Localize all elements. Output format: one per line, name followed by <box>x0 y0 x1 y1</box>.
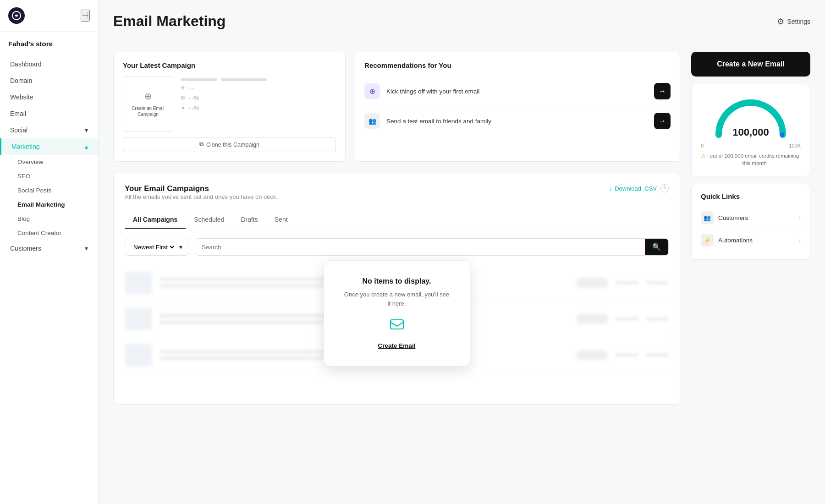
tab-all-campaigns[interactable]: All Campaigns <box>125 211 186 229</box>
sort-select-wrapper[interactable]: Newest First Oldest First Name A-Z ▾ <box>125 239 189 256</box>
stat-value-2: - -% <box>189 95 199 101</box>
recommendations-title: Recommendations for You <box>364 61 671 69</box>
click-icon: ✦ <box>181 105 185 111</box>
chevron-down-icon: ▾ <box>85 245 88 252</box>
sidebar-item-social[interactable]: Social ▾ <box>0 122 98 138</box>
sidebar-nav: Dashboard Domain Website Email Social ▾ … <box>0 52 98 504</box>
tab-scheduled[interactable]: Scheduled <box>186 211 232 229</box>
sidebar-item-label: Website <box>10 93 33 101</box>
quick-link-automations-label: Automations <box>718 237 794 244</box>
right-panel: Create a New Email 100,000 0 <box>691 52 810 504</box>
gauge-min-label: 0 <box>701 143 704 148</box>
download-csv-button[interactable]: ↓ Download .CSV <box>609 185 657 192</box>
customers-icon: 👥 <box>701 211 714 224</box>
chevron-down-icon: ▾ <box>85 126 88 134</box>
svg-point-2 <box>780 132 784 137</box>
clone-campaign-button[interactable]: ⧉ Clone this Campaign <box>123 137 336 152</box>
help-icon[interactable]: ? <box>660 184 669 192</box>
rec-icon-1: ⊕ <box>364 83 380 99</box>
chevron-up-icon: ▴ <box>85 143 88 150</box>
sidebar-item-label: Customers <box>10 245 41 252</box>
sidebar-item-label: Email <box>10 110 26 117</box>
quick-link-customers[interactable]: 👥 Customers › <box>701 207 801 229</box>
create-new-email-button[interactable]: Create a New Email <box>691 52 810 77</box>
marketing-submenu: Overview SEO Social Posts Email Marketin… <box>0 155 98 240</box>
sidebar-item-email[interactable]: Email <box>0 105 98 122</box>
create-email-link[interactable]: Create Email <box>378 342 416 349</box>
blurred-thumbnail <box>125 344 152 367</box>
no-items-description: Once you create a new email, you'll see … <box>342 290 451 308</box>
stat-line-2: ✈ - - <box>181 85 336 91</box>
search-container: 🔍 <box>195 238 669 256</box>
rec-arrow-button-1[interactable]: → <box>654 83 671 99</box>
stat-bar-2 <box>221 78 267 81</box>
svg-rect-1 <box>390 320 403 329</box>
recommendation-item-1: ⊕ Kick things off with your first email … <box>364 77 671 106</box>
no-items-popup: No items to display. Once you create a n… <box>324 260 470 367</box>
sidebar-item-customers[interactable]: Customers ▾ <box>0 240 98 257</box>
tab-sent[interactable]: Sent <box>266 211 296 229</box>
sidebar-item-label: Social <box>10 126 28 134</box>
no-items-icon <box>342 316 451 336</box>
recommendations-card: Recommendations for You ⊕ Kick things of… <box>355 52 680 162</box>
sidebar-item-label: Domain <box>10 77 32 84</box>
sidebar-item-domain[interactable]: Domain <box>0 72 98 89</box>
page-header: Email Marketing ⚙ Settings <box>99 0 825 30</box>
rec-arrow-button-2[interactable]: → <box>654 113 671 129</box>
credits-note-text: out of 100,000 email credits remaining t… <box>708 152 801 167</box>
sidebar-item-label: Marketing <box>11 143 39 150</box>
chevron-right-icon: › <box>799 214 801 221</box>
settings-button[interactable]: ⚙ Settings <box>777 16 810 27</box>
search-button[interactable]: 🔍 <box>645 239 668 255</box>
campaign-preview: ⊕ Create an Email Campaign <box>123 77 173 131</box>
sidebar-item-blog[interactable]: Blog <box>0 212 98 226</box>
content-area: Email Marketing ⚙ Settings Your Latest C… <box>99 0 825 504</box>
content-left: Your Latest Campaign ⊕ Create an Email C… <box>113 52 680 504</box>
quick-link-customers-label: Customers <box>718 214 794 221</box>
sidebar-item-dashboard[interactable]: Dashboard <box>0 56 98 72</box>
add-campaign-icon: ⊕ <box>144 91 152 102</box>
credits-note: ⚠ out of 100,000 email credits remaining… <box>701 152 801 167</box>
campaigns-header-left: Your Email Campaigns All the emails you'… <box>125 184 278 209</box>
tab-drafts[interactable]: Drafts <box>232 211 266 229</box>
credits-number: 100,000 <box>732 126 769 138</box>
sidebar-collapse-button[interactable]: ⊣ <box>81 10 90 22</box>
campaign-inner: ⊕ Create an Email Campaign ✈ - - <box>123 77 336 131</box>
stat-value-1: - - <box>189 85 194 91</box>
settings-label: Settings <box>787 18 810 25</box>
chevron-right-icon: › <box>799 237 801 244</box>
search-input[interactable] <box>195 240 645 255</box>
sidebar-item-email-marketing[interactable]: Email Marketing <box>0 197 98 212</box>
sidebar-item-marketing[interactable]: Marketing ▴ <box>0 138 98 155</box>
campaigns-title: Your Email Campaigns <box>125 184 278 193</box>
sidebar-item-seo[interactable]: SEO <box>0 169 98 183</box>
open-icon: ✉ <box>181 95 185 101</box>
email-credits-card: 100,000 0 100K ⚠ out of 100,000 email cr… <box>691 84 810 176</box>
campaigns-section: Your Email Campaigns All the emails you'… <box>113 173 680 405</box>
download-icon: ↓ <box>609 185 612 192</box>
sidebar-item-content-creator[interactable]: Content Creator <box>0 226 98 240</box>
campaigns-header-right: ↓ Download .CSV ? <box>609 184 669 192</box>
campaign-tabs: All Campaigns Scheduled Drafts Sent <box>125 211 669 229</box>
stat-line-1 <box>181 78 336 81</box>
sidebar-item-label: Dashboard <box>10 60 42 68</box>
filter-row: Newest First Oldest First Name A-Z ▾ 🔍 <box>125 238 669 256</box>
gauge-max-label: 100K <box>789 143 801 148</box>
stat-line-3: ✉ - -% <box>181 95 336 101</box>
campaign-stats: ✈ - - ✉ - -% ✦ - -% <box>181 77 336 111</box>
no-items-title: No items to display. <box>342 277 451 285</box>
sort-chevron-icon: ▾ <box>179 243 182 251</box>
campaigns-content: No items to display. Once you create a n… <box>125 265 669 393</box>
sidebar-item-website[interactable]: Website <box>0 89 98 105</box>
send-icon: ✈ <box>181 85 185 91</box>
automations-icon: ⚡ <box>701 234 714 247</box>
latest-campaign-card: Your Latest Campaign ⊕ Create an Email C… <box>113 52 346 162</box>
clone-label: Clone this Campaign <box>206 142 259 148</box>
sidebar-item-overview[interactable]: Overview <box>0 155 98 169</box>
quick-links-title: Quick Links <box>701 192 801 200</box>
clone-icon: ⧉ <box>199 141 204 148</box>
sidebar-header: ⊣ <box>0 0 98 32</box>
quick-link-automations[interactable]: ⚡ Automations › <box>701 229 801 251</box>
sidebar-item-social-posts[interactable]: Social Posts <box>0 183 98 197</box>
sort-dropdown[interactable]: Newest First Oldest First Name A-Z <box>132 243 176 251</box>
